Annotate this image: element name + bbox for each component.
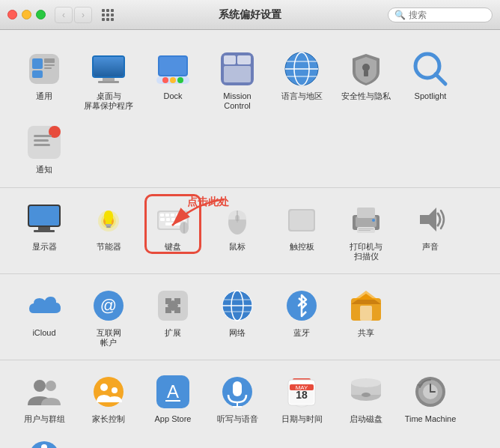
mouse-icon <box>218 200 257 239</box>
svg-point-15 <box>170 77 176 83</box>
pref-network[interactable]: 网络 <box>205 280 269 354</box>
svg-rect-10 <box>98 81 119 83</box>
svg-rect-85 <box>360 306 372 321</box>
svg-rect-56 <box>182 218 186 221</box>
pref-timemachine[interactable]: Time Machine <box>398 366 463 430</box>
energy-label: 节能器 <box>97 242 121 252</box>
svg-rect-66 <box>356 217 376 227</box>
icloud-icon <box>25 286 64 325</box>
sharing-label: 共享 <box>358 328 374 338</box>
titlebar: ‹ › 系统偏好设置 🔍 ✕ <box>0 0 500 30</box>
svg-rect-95 <box>233 381 242 396</box>
pref-dictation[interactable]: 听写与语音 <box>205 366 269 430</box>
pref-accessibility[interactable]: 辅助功能 <box>12 431 76 449</box>
close-button[interactable] <box>7 10 17 19</box>
display-label: 显示器 <box>32 242 57 252</box>
accessibility-icon <box>25 437 64 449</box>
pref-appstore[interactable]: A App Store <box>141 366 205 430</box>
startup-label: 启动磁盘 <box>350 414 382 424</box>
svg-point-90 <box>112 387 118 393</box>
pref-security[interactable]: 安全性与隐私 <box>334 43 398 117</box>
section-system: 用户与群组 家长控制 <box>0 360 500 448</box>
sound-label: 声音 <box>422 242 439 252</box>
pref-sharing[interactable]: 共享 <box>334 280 398 354</box>
pref-notification[interactable]: 通知 <box>12 117 76 181</box>
pref-startup[interactable]: 启动磁盘 <box>334 366 398 430</box>
search-input[interactable] <box>409 10 500 20</box>
general-label: 通用 <box>36 91 52 101</box>
svg-rect-43 <box>106 224 112 226</box>
pref-general[interactable]: 通用 <box>12 43 76 117</box>
pref-dock[interactable]: Dock <box>141 43 205 117</box>
pref-spotlight[interactable]: Spotlight <box>398 43 463 117</box>
pref-bluetooth[interactable]: 蓝牙 <box>269 280 334 354</box>
back-button[interactable]: ‹ <box>55 7 73 23</box>
extensions-label: 扩展 <box>165 328 181 338</box>
section-internet: iCloud @ 互联网帐户 <box>0 274 500 360</box>
icloud-label: iCloud <box>32 328 55 338</box>
svg-point-62 <box>235 215 240 221</box>
svg-rect-5 <box>44 67 52 69</box>
svg-text:MAY: MAY <box>296 384 308 391</box>
svg-marker-72 <box>420 208 436 231</box>
svg-text:@: @ <box>100 296 117 315</box>
svg-rect-4 <box>44 64 55 66</box>
pref-internet[interactable]: @ 互联网帐户 <box>76 280 141 354</box>
pref-display[interactable]: 显示器 <box>12 194 76 267</box>
svg-point-16 <box>177 77 183 83</box>
svg-point-71 <box>372 219 375 222</box>
pref-trackpad[interactable]: 触控板 <box>269 194 334 267</box>
pref-parental[interactable]: 家长控制 <box>76 366 141 430</box>
minimize-button[interactable] <box>22 10 31 19</box>
maximize-button[interactable] <box>36 10 46 19</box>
pref-mission[interactable]: MissionControl <box>205 43 269 117</box>
users-label: 用户与群组 <box>24 414 65 424</box>
keyboard-icon <box>153 200 192 239</box>
svg-rect-54 <box>171 218 175 221</box>
svg-point-89 <box>100 384 108 391</box>
search-icon: 🔍 <box>394 10 406 20</box>
svg-rect-37 <box>29 206 59 225</box>
general-icon <box>25 49 64 88</box>
svg-rect-39 <box>34 230 55 232</box>
datetime-icon: 18 MAY <box>282 372 321 411</box>
svg-rect-53 <box>166 218 170 221</box>
mission-icon <box>218 49 257 88</box>
pref-users[interactable]: 用户与群组 <box>12 366 76 430</box>
pref-language[interactable]: 语言与地区 <box>269 43 334 117</box>
svg-rect-44 <box>106 226 111 228</box>
bluetooth-label: 蓝牙 <box>293 328 310 338</box>
svg-rect-64 <box>290 211 314 230</box>
svg-rect-34 <box>34 139 49 142</box>
forward-button[interactable]: › <box>74 7 92 23</box>
svg-rect-57 <box>165 223 180 225</box>
security-icon <box>347 49 385 88</box>
energy-icon <box>89 200 128 239</box>
svg-rect-48 <box>165 214 169 217</box>
pref-energy[interactable]: 节能器 <box>76 194 141 267</box>
pref-datetime[interactable]: 18 MAY 日期与时间 <box>269 366 334 430</box>
desktop-icon <box>89 49 128 88</box>
pref-printer[interactable]: 打印机与扫描仪 <box>334 194 398 267</box>
svg-rect-19 <box>237 55 251 64</box>
timemachine-icon <box>411 372 450 411</box>
window-title: 系统偏好设置 <box>219 8 281 22</box>
sound-icon <box>411 200 450 239</box>
section-personal: 通用 <box>0 37 500 188</box>
pref-sound[interactable]: 声音 <box>398 194 463 267</box>
pref-mouse[interactable]: 鼠标 <box>205 194 269 267</box>
pref-extensions[interactable]: 扩展 <box>141 280 205 354</box>
notification-icon <box>25 123 64 162</box>
grid-view-button[interactable] <box>100 7 116 23</box>
pref-keyboard[interactable]: 键盘 <box>141 194 205 267</box>
pref-desktop[interactable]: 桌面与屏幕保护程序 <box>76 43 141 117</box>
svg-point-14 <box>162 77 168 83</box>
mission-label: MissionControl <box>223 91 251 111</box>
svg-rect-8 <box>94 57 124 76</box>
extensions-icon <box>153 286 192 325</box>
network-icon <box>218 286 257 325</box>
spotlight-label: Spotlight <box>415 91 447 101</box>
pref-icloud[interactable]: iCloud <box>12 280 76 354</box>
dictation-label: 听写与语音 <box>217 414 258 424</box>
svg-rect-9 <box>103 78 115 81</box>
